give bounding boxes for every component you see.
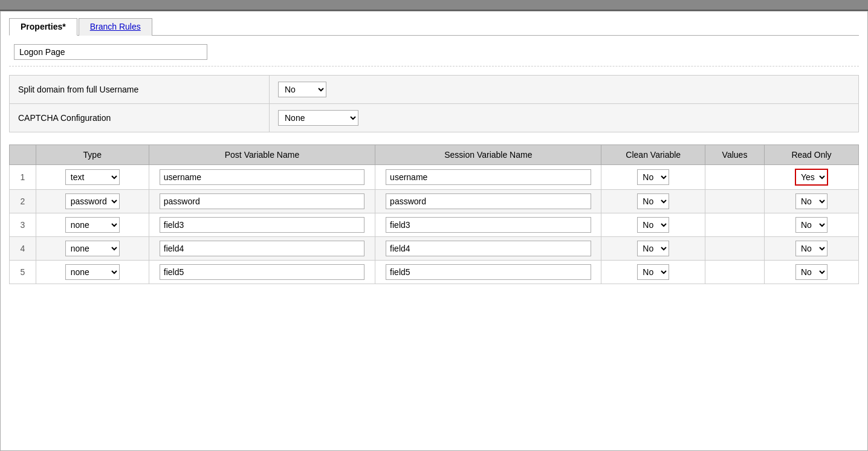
values-cell [705,165,765,190]
row-number: 2 [10,190,36,213]
session-var-input[interactable] [386,193,591,209]
post-var-input[interactable] [160,241,364,256]
table-row: 2textpasswordnonehiddenNoYesNoYes [10,190,859,213]
session-var-input[interactable] [386,241,591,256]
top-bar [0,0,868,11]
post-var-input[interactable] [160,217,364,233]
clean-var-select[interactable]: NoYes [637,193,669,209]
name-input[interactable] [14,44,207,60]
read-only-select[interactable]: NoYes [795,217,828,233]
config-label: CAPTCHA Configuration [10,104,270,132]
type-select[interactable]: textpasswordnonehidden [65,241,120,256]
read-only-select[interactable]: NoYes [795,264,828,280]
config-table: Split domain from full UsernameNoYesCAPT… [9,75,859,132]
clean-var-select[interactable]: NoYes [637,264,669,280]
read-only-select[interactable]: NoYes [795,193,828,209]
type-select[interactable]: textpasswordnonehidden [65,169,120,185]
row-number: 5 [10,261,36,284]
session-var-input[interactable] [386,217,591,233]
type-select[interactable]: textpasswordnonehidden [65,193,120,209]
read-only-select[interactable]: NoYes [795,241,828,256]
col-header-6: Read Only [764,145,858,165]
col-header-0 [10,145,36,165]
post-var-input[interactable] [160,264,364,280]
col-header-2: Post Variable Name [149,145,375,165]
post-var-input[interactable] [160,169,364,185]
config-select[interactable]: NonereCAPTCHA v2reCAPTCHA v3 [278,110,358,126]
session-var-input[interactable] [386,169,591,185]
values-cell [705,261,765,284]
session-var-input[interactable] [386,264,591,280]
type-select[interactable]: textpasswordnonehidden [65,217,120,233]
row-number: 4 [10,237,36,261]
table-row: 4textpasswordnonehiddenNoYesNoYes [10,237,859,261]
values-cell [705,237,765,261]
clean-var-select[interactable]: NoYes [637,217,669,233]
name-row [9,44,859,67]
data-table: TypePost Variable NameSession Variable N… [9,144,859,284]
main-container: Properties* Branch Rules Split domain fr… [0,11,868,451]
table-row: 1textpasswordnonehiddenNoYesYesNo [10,165,859,190]
clean-var-select[interactable]: NoYes [637,169,669,185]
post-var-input[interactable] [160,193,364,209]
tab-bar: Properties* Branch Rules [9,18,859,36]
col-header-1: Type [36,145,149,165]
tab-branch-rules[interactable]: Branch Rules [79,18,152,36]
table-row: 3textpasswordnonehiddenNoYesNoYes [10,213,859,237]
config-label: Split domain from full Username [10,76,270,104]
values-cell [705,190,765,213]
col-header-3: Session Variable Name [375,145,601,165]
config-select[interactable]: NoYes [278,82,326,97]
type-select[interactable]: textpasswordnonehidden [65,264,120,280]
col-header-5: Values [705,145,765,165]
values-cell [705,213,765,237]
tab-properties[interactable]: Properties* [9,18,77,36]
read-only-select[interactable]: YesNo [795,169,828,186]
col-header-4: Clean Variable [601,145,705,165]
row-number: 1 [10,165,36,190]
table-row: 5textpasswordnonehiddenNoYesNoYes [10,261,859,284]
row-number: 3 [10,213,36,237]
clean-var-select[interactable]: NoYes [637,241,669,256]
